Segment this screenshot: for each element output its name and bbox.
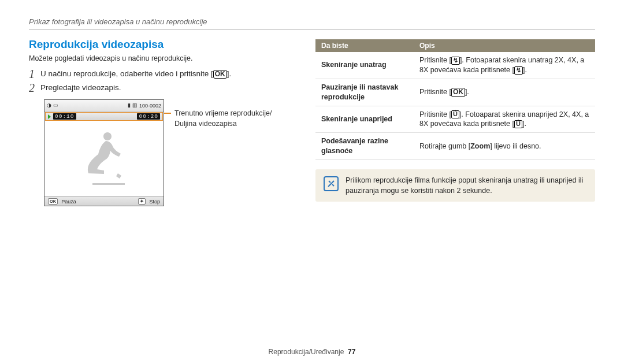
txt: Pritisnite [ [419,110,451,118]
step-2: 2 Pregledajte videozapis. [29,82,300,94]
txt: Rotirajte gumb [ [419,142,470,150]
timer-icon: Ů [514,120,522,128]
step-number: 2 [29,82,35,94]
player-stage [44,121,164,196]
table-header: Da biste [315,39,414,52]
txt: ]. [522,120,526,128]
player-progress-bar: 00:10 00:20 [45,112,163,121]
table-header: Opis [414,39,595,52]
time-total: 00:20 [137,113,160,120]
footer-section: Reprodukcija/Uređivanje [269,348,344,356]
controls-table: Da biste Opis Skeniranje unatrag Pritisn… [315,39,595,160]
trash-icon: ✦ [138,198,146,205]
txt: ]. [523,66,527,74]
txt-bold: Zoom [470,142,490,150]
step-text: Pregledajte videozapis. [40,82,121,94]
film-icon: ▭ [53,103,58,108]
row-value: Pritisnite [OK]. [414,79,595,106]
note-text: Prilikom reprodukcije filma funkcije pop… [346,175,587,196]
breadcrumb: Prikaz fotografija ili videozapisa u nač… [29,17,595,29]
flash-icon: ↯ [514,66,523,75]
player-footer: OK Pauza ✦ Stop [44,196,164,206]
rule [29,29,595,30]
ok-icon: OK [48,198,58,205]
sd-icon: ▮ [128,103,131,108]
note-icon [324,176,339,191]
table-row: Pauziranje ili nastavak reprodukcije Pri… [315,79,595,106]
time-elapsed: 00:10 [53,113,76,120]
player-topbar: ◑ ▭ ▮ ▥ 100-0002 [44,100,164,112]
step-number: 1 [29,68,35,80]
txt: ] lijevo ili desno. [490,142,541,150]
table-row: Skeniranje unaprijed Pritisnite [Ů]. Fot… [315,106,595,133]
table-row: Skeniranje unatrag Pritisnite [↯]. Fotoa… [315,52,595,79]
step-text-post: ]. [227,69,232,78]
row-key: Skeniranje unaprijed [315,106,414,133]
file-count: 100-0002 [139,103,161,109]
callout: Trenutno vrijeme reprodukcije/ Duljina v… [164,109,272,129]
txt: Pritisnite [ [419,88,451,96]
timer-icon: Ů [451,110,459,118]
player-mockup: ◑ ▭ ▮ ▥ 100-0002 00:10 00:20 [44,99,164,206]
pause-label: Pauza [61,199,76,205]
step-text-pre: U načinu reprodukcije, odaberite video i… [40,69,213,78]
row-key: Pauziranje ili nastavak reprodukcije [315,79,414,106]
ok-icon: OK [451,88,465,97]
callout-leader [164,113,171,114]
row-value: Pritisnite [Ů]. Fotoaparat skenira unapr… [414,106,595,133]
footer-page-number: 77 [348,348,355,356]
ok-icon: OK [213,70,227,79]
row-key: Skeniranje unatrag [315,52,414,79]
table-row: Podešavanje razine glasnoće Rotirajte gu… [315,133,595,160]
row-value: Pritisnite [↯]. Fotoaparat skenira unatr… [414,52,595,79]
page-footer: Reprodukcija/Uređivanje 77 [0,348,624,356]
step-1: 1 U načinu reprodukcije, odaberite video… [29,68,300,80]
play-icon [48,114,51,119]
section-title: Reprodukcija videozapisa [29,38,300,51]
txt: Pritisnite [ [419,56,451,64]
row-key: Podešavanje razine glasnoće [315,133,414,160]
battery-icon: ▥ [132,103,138,108]
row-value: Rotirajte gumb [Zoom] lijevo ili desno. [414,133,595,160]
note-box: Prilikom reprodukcije filma funkcije pop… [315,169,595,202]
stop-label: Stop [149,199,160,205]
flash-icon: ↯ [451,57,460,65]
mode-dial-icon: ◑ [47,103,51,108]
callout-line: Duljina videozapisa [174,119,272,129]
callout-line: Trenutno vrijeme reprodukcije/ [174,109,272,119]
txt: ]. [465,88,469,96]
intro-text: Možete pogledati videozapis u načinu rep… [29,54,300,62]
skater-silhouette-icon [78,127,130,191]
step-text: U načinu reprodukcije, odaberite video i… [40,68,231,80]
